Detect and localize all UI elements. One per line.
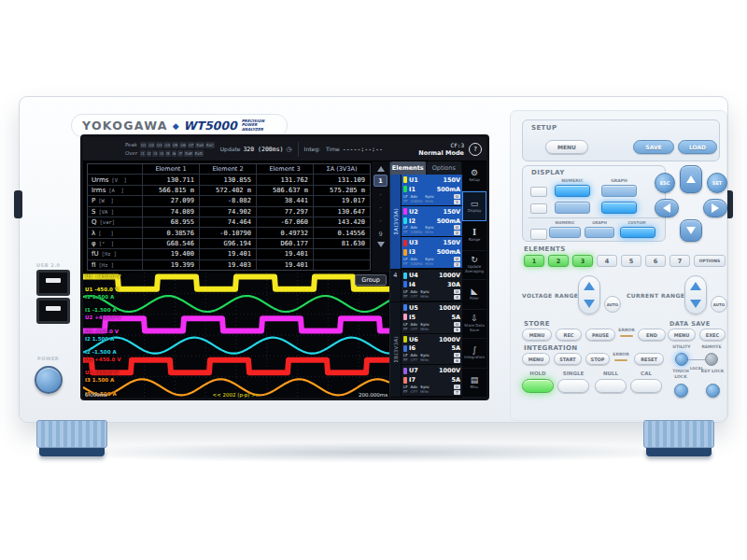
- current-color-chip: [403, 281, 407, 287]
- setup-menu-button[interactable]: MENU: [545, 140, 588, 154]
- graph-display-key[interactable]: [601, 185, 637, 197]
- store-menu-button[interactable]: MENU: [522, 329, 552, 341]
- element-4-settings[interactable]: U41000VI430ALFFFAdvOFFSyncHrmU4: [402, 270, 462, 301]
- element-key-7[interactable]: 7: [669, 255, 690, 267]
- pager-down-icon[interactable]: [377, 242, 385, 247]
- arrow-up-button[interactable]: [680, 165, 702, 193]
- custom-numeric-key[interactable]: [549, 227, 581, 238]
- set-button[interactable]: SET: [707, 173, 727, 193]
- table-row: Q[var]68.95574.464-67.060143.420: [88, 217, 370, 228]
- save-button[interactable]: SAVE: [633, 140, 674, 154]
- element-group: ΣA(3V3A)U1150VI1500mALFFFAdv100HzSyncHrm…: [390, 175, 462, 270]
- utility-button[interactable]: [675, 353, 688, 366]
- integration-menu-button[interactable]: MENU: [522, 353, 550, 365]
- arrow-right-button[interactable]: [703, 199, 727, 217]
- wiring-group-text: ΣB(3V3A): [393, 336, 399, 362]
- menu-filter[interactable]: ◣Filter: [462, 280, 486, 310]
- start-button[interactable]: START: [554, 353, 582, 365]
- pager-item[interactable]: ·: [374, 216, 387, 226]
- pager-item[interactable]: 1: [374, 175, 388, 187]
- update-status: Update 320 (200ms) ◷: [220, 146, 292, 153]
- sync-source: U1: [454, 194, 460, 204]
- menu-display[interactable]: ▭Display: [462, 191, 486, 222]
- value-cell: 0.38576: [142, 228, 199, 237]
- voltage-auto-button[interactable]: AUTO: [604, 296, 621, 313]
- menu-update-averaging[interactable]: ↻Update Averaging: [462, 251, 486, 281]
- pager-item[interactable]: ·: [374, 203, 387, 213]
- table-header-cell: Element 2: [199, 164, 256, 174]
- null-button[interactable]: [595, 379, 627, 393]
- single-button[interactable]: [557, 379, 589, 393]
- pause-button[interactable]: PAUSE: [585, 329, 615, 341]
- power-button[interactable]: [35, 366, 63, 394]
- hold-button[interactable]: [522, 379, 554, 393]
- setup-icon: ⚙: [471, 169, 478, 177]
- usb-port-2: [36, 298, 70, 324]
- custom-key[interactable]: [620, 227, 655, 238]
- reset-button[interactable]: RESET: [634, 353, 664, 365]
- menu-store-data-save[interactable]: ⇩Store Data Save: [462, 310, 486, 340]
- stop-button[interactable]: STOP: [585, 353, 610, 365]
- remote-indicator[interactable]: [705, 353, 718, 366]
- end-button[interactable]: END: [638, 329, 666, 341]
- voltage-range-rocker[interactable]: [578, 275, 600, 315]
- cal-button[interactable]: [630, 379, 662, 393]
- data-save-menu-button[interactable]: MENU: [668, 329, 696, 341]
- element-7-settings[interactable]: U71000VI75ALFFFAdvOFFSyncHrmU7: [402, 365, 462, 397]
- menu-misc[interactable]: ▤Misc: [462, 369, 486, 399]
- arrow-left-button[interactable]: [655, 199, 679, 217]
- value-cell: 131.109: [313, 175, 370, 184]
- element-key-5[interactable]: 5: [621, 255, 641, 267]
- menu-setup[interactable]: ⚙Setup: [462, 161, 486, 191]
- arrow-down-button[interactable]: [680, 219, 702, 242]
- display-indicator-1[interactable]: [530, 187, 547, 197]
- element-3-settings[interactable]: U3150VI3500mALFFFAdv100HzSyncHrmU3: [402, 237, 462, 269]
- options-key[interactable]: OPTIONS: [694, 255, 726, 267]
- pager-item[interactable]: ·: [374, 189, 387, 200]
- display-indicator-3[interactable]: [530, 229, 547, 240]
- menu-range[interactable]: IRange: [462, 221, 486, 251]
- element-key-3[interactable]: 3: [572, 255, 593, 267]
- touch-lock-button[interactable]: [674, 384, 688, 398]
- value-cell: 131.762: [256, 175, 313, 184]
- custom-graph-key[interactable]: [585, 227, 614, 238]
- graph-display-key-2[interactable]: [601, 202, 637, 214]
- element-key-6[interactable]: 6: [645, 255, 666, 267]
- element-6-settings[interactable]: U61000VI65ALFFFAdvOFFSyncHrmU6: [402, 334, 462, 366]
- element-key-4[interactable]: 4: [597, 255, 617, 267]
- store-section-label: STORE: [524, 320, 550, 328]
- update-averaging-menu-label: Update Averaging: [463, 265, 486, 273]
- pager-item[interactable]: 9: [374, 229, 387, 239]
- menu-integration[interactable]: ∫Integration: [462, 339, 486, 369]
- current-auto-button[interactable]: AUTO: [711, 296, 727, 313]
- element-1-settings[interactable]: U1150VI1500mALFFFAdv100HzSyncHrmU1: [402, 175, 462, 206]
- help-icon[interactable]: ?: [469, 143, 482, 156]
- value-cell: 77.297: [256, 207, 313, 217]
- exec-button[interactable]: EXEC: [699, 329, 726, 341]
- adv-value: OFF: [411, 390, 418, 394]
- numeric-display-key-2[interactable]: [555, 202, 590, 214]
- pager-up-icon[interactable]: [377, 166, 385, 172]
- current-range-rocker[interactable]: [684, 275, 707, 315]
- rec-button[interactable]: REC: [556, 329, 582, 341]
- tab-options[interactable]: Options: [427, 161, 463, 175]
- value-cell: 19.400: [142, 249, 199, 259]
- value-cell: 130.711: [142, 175, 199, 184]
- element-2-settings[interactable]: U2150VI2500mALFFFAdv100HzSyncHrmU2: [402, 206, 462, 238]
- numeric-display-key[interactable]: [555, 185, 590, 197]
- tab-elements[interactable]: Elements: [390, 161, 427, 175]
- element-key-2[interactable]: 2: [548, 255, 569, 267]
- function-name: P: [92, 197, 95, 204]
- display-indicator-2[interactable]: [530, 203, 547, 214]
- element-key-1[interactable]: 1: [524, 255, 544, 267]
- group-button[interactable]: Group: [355, 274, 387, 286]
- model-subtitle: PRECISION POWER ANALYZER: [242, 119, 276, 133]
- element-5-settings[interactable]: U51000VI55ALFFFAdvOFFSyncHrmU5: [402, 302, 462, 334]
- time-status: Time -----:--:--: [326, 146, 383, 153]
- table-row: fI[Hz ]19.39919.40319.401: [88, 260, 370, 270]
- load-button[interactable]: LOAD: [678, 140, 717, 154]
- sync-source: U4: [454, 289, 460, 300]
- key-lock-button[interactable]: [706, 384, 720, 398]
- value-cell: 586.637 m: [256, 186, 313, 195]
- esc-button[interactable]: ESC: [655, 173, 675, 193]
